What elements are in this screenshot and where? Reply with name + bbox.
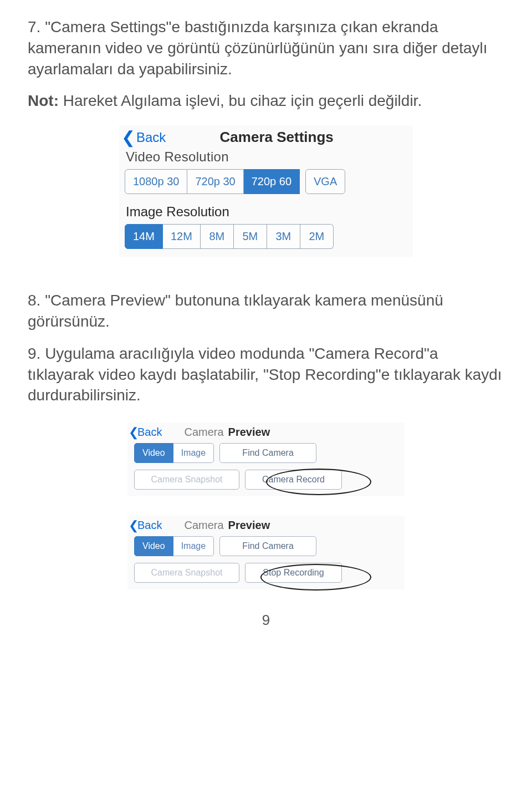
- mode-tabs: Video Image: [134, 536, 214, 556]
- paragraph-7: 7. "Camera Settings"e bastığınızda karşı…: [28, 17, 504, 79]
- title-preview: Preview: [228, 519, 270, 532]
- tab-image[interactable]: Image: [173, 536, 214, 556]
- tab-image[interactable]: Image: [173, 443, 214, 463]
- paragraph-8: 8. "Camera Preview" butonuna tıklayarak …: [28, 290, 504, 332]
- back-button[interactable]: Back: [137, 519, 162, 532]
- video-resolution-label: Video Resolution: [119, 147, 413, 169]
- image-resolution-label: Image Resolution: [119, 202, 413, 224]
- seg-8m[interactable]: 8M: [201, 224, 234, 249]
- camera-record-button[interactable]: Camera Record: [245, 470, 342, 490]
- seg-5m[interactable]: 5M: [234, 224, 267, 249]
- paragraph-9: 9. Uygulama aracılığıyla video modunda "…: [28, 343, 504, 406]
- tab-video[interactable]: Video: [134, 536, 173, 556]
- seg-720p60[interactable]: 720p 60: [244, 169, 300, 194]
- page-number: 9: [28, 612, 504, 629]
- screenshot-camera-settings: ❮ Back Camera Settings Video Resolution …: [119, 125, 413, 257]
- title-camera: Camera: [184, 519, 223, 532]
- camera-snapshot-button[interactable]: Camera Snapshot: [134, 563, 239, 583]
- screenshot-preview-record: ❮ Back Camera Preview Video Image Find C…: [127, 423, 405, 496]
- find-camera-button[interactable]: Find Camera: [219, 536, 316, 556]
- screenshot-preview-stop: ❮ Back Camera Preview Video Image Find C…: [127, 516, 405, 589]
- seg-vga[interactable]: VGA: [305, 169, 345, 194]
- camera-snapshot-button[interactable]: Camera Snapshot: [134, 470, 239, 490]
- title-preview: Preview: [228, 426, 270, 439]
- seg-720p30[interactable]: 720p 30: [187, 169, 243, 194]
- find-camera-button[interactable]: Find Camera: [219, 443, 316, 463]
- stop-recording-button[interactable]: Stop Recording: [245, 563, 342, 583]
- note-label: Not:: [28, 92, 59, 109]
- seg-14m[interactable]: 14M: [125, 224, 163, 249]
- title-camera: Camera: [184, 426, 223, 439]
- preview-header: ❮ Back Camera Preview: [127, 423, 405, 440]
- seg-3m[interactable]: 3M: [267, 224, 300, 249]
- note-line: Not: Hareket Algılama işlevi, bu cihaz i…: [28, 90, 504, 111]
- image-resolution-segment: 14M 12M 8M 5M 3M 2M: [119, 224, 413, 257]
- mode-tabs: Video Image: [134, 443, 214, 463]
- preview-header-2: ❮ Back Camera Preview: [127, 516, 405, 533]
- seg-2m[interactable]: 2M: [300, 224, 334, 249]
- chevron-left-icon[interactable]: ❮: [121, 129, 135, 146]
- note-body: Hareket Algılama işlevi, bu cihaz için g…: [59, 92, 422, 109]
- page-title: Camera Settings: [146, 129, 407, 146]
- video-resolution-segment: 1080p 30 720p 30 720p 60 VGA: [119, 169, 413, 202]
- seg-12m[interactable]: 12M: [163, 224, 201, 249]
- back-button[interactable]: Back: [137, 426, 162, 439]
- tab-video[interactable]: Video: [134, 443, 173, 463]
- seg-1080p30[interactable]: 1080p 30: [125, 169, 187, 194]
